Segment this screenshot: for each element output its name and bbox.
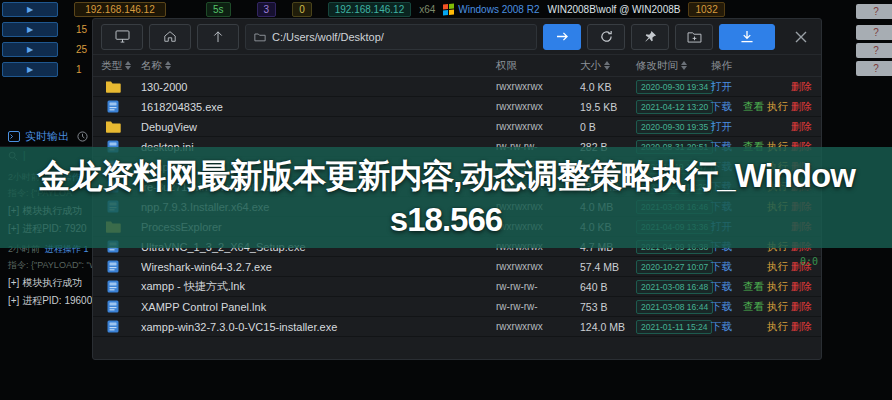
log-group: 2小时前进程操作 1指令: {"PAYLOAD": "win[+] 模块执行成功… <box>0 243 92 308</box>
file-permissions: rwxrwxrwx <box>496 261 580 272</box>
up-directory-button[interactable] <box>197 24 239 50</box>
host-row-partial[interactable]: ▶25 <box>0 40 92 58</box>
action-delete-button[interactable]: 删除 <box>791 80 815 94</box>
action-view-button[interactable]: 查看 <box>743 300 767 314</box>
home-icon <box>163 30 177 43</box>
folder-icon <box>105 120 121 133</box>
file-size: 0 B <box>580 121 636 133</box>
arrow-up-icon <box>212 30 224 43</box>
log-entry-result: [+] 模块执行成功 <box>8 276 92 290</box>
file-icon <box>105 320 121 333</box>
home-button[interactable] <box>149 24 191 50</box>
action-download-button[interactable]: 下载 <box>711 260 743 274</box>
action-delete-button[interactable]: 删除 <box>791 300 815 314</box>
sort-caret-icon <box>681 61 687 70</box>
help-button[interactable]: ? <box>856 4 892 19</box>
pin-button[interactable] <box>631 24 669 50</box>
host-user: WIN2008B\wolf @ WIN2008B <box>547 4 680 15</box>
action-exec-button[interactable]: 执行 <box>767 300 791 314</box>
help-button[interactable]: ? <box>856 61 892 76</box>
file-row[interactable]: 130-2000rwxrwxrwx4.0 KB2020-09-30 19:34打… <box>93 77 821 97</box>
path-input[interactable]: C:/Users/wolf/Desktop/ <box>245 24 537 50</box>
file-actions: 打开删除 <box>711 120 821 134</box>
file-row[interactable]: DebugViewrwxrwxrwx0 B2020-09-30 19:35打开删… <box>93 117 821 137</box>
action-slot <box>743 260 767 274</box>
action-exec-button[interactable]: 执行 <box>767 260 791 274</box>
file-mtime: 2021-01-11 15:24 <box>636 320 711 334</box>
header-permissions: 权限 <box>496 59 580 73</box>
file-mtime: 2021-03-08 16:44 <box>636 300 711 314</box>
header-operations: 操作 <box>711 59 821 73</box>
host-lan-ip: 192.168.146.12 <box>328 2 412 17</box>
host-row-partial[interactable]: ▶15 <box>0 20 92 38</box>
play-button[interactable]: ▶ <box>2 22 58 37</box>
action-delete-button[interactable]: 删除 <box>791 120 815 134</box>
host-sessions: 3 <box>257 2 277 17</box>
file-actions: 下载查看执行删除 <box>711 280 821 294</box>
file-name: XAMPP Control Panel.lnk <box>141 301 496 313</box>
file-name: Wireshark-win64-3.2.7.exe <box>141 261 496 273</box>
file-icon <box>105 260 121 273</box>
log-entry-command: 指令: {"PAYLOAD": "win <box>8 259 92 272</box>
file-row[interactable]: XAMPP Control Panel.lnkrw-rw-rw-753 B202… <box>93 297 821 317</box>
header-mtime[interactable]: 修改时间 <box>636 59 711 73</box>
action-download-button[interactable]: 下载 <box>711 320 743 334</box>
file-row[interactable]: Wireshark-win64-3.2.7.exerwxrwxrwx57.4 M… <box>93 257 821 277</box>
desktop-button[interactable] <box>101 24 143 50</box>
file-row[interactable]: xampp - 快捷方式.lnkrw-rw-rw-640 B2021-03-08… <box>93 277 821 297</box>
action-download-button[interactable]: 下载 <box>711 280 743 294</box>
file-icon <box>105 300 121 313</box>
host-ip: 192.168.146.12 <box>74 2 166 17</box>
action-exec-button[interactable]: 执行 <box>767 320 791 334</box>
action-slot <box>767 120 791 134</box>
action-download-button[interactable]: 下载 <box>711 100 743 114</box>
file-row[interactable]: xampp-win32-7.3.0-0-VC15-installer.exerw… <box>93 317 821 337</box>
clock-icon[interactable] <box>77 131 88 142</box>
help-button[interactable]: ? <box>856 43 892 58</box>
file-mtime-chip: 2020-09-30 19:34 <box>636 80 713 94</box>
action-exec-button[interactable]: 执行 <box>767 280 791 294</box>
file-size: 640 B <box>580 281 636 293</box>
action-open-button[interactable]: 打开 <box>711 120 743 134</box>
action-delete-button[interactable]: 删除 <box>791 280 815 294</box>
play-button[interactable]: ▶ <box>2 62 58 77</box>
action-open-button[interactable]: 打开 <box>711 80 743 94</box>
folder-path-icon <box>254 32 266 42</box>
log-entry-result: [+] 进程PID: 19600 <box>8 294 92 308</box>
host-row[interactable]: ▶ 192.168.146.12 5s 3 0 192.168.146.12 x… <box>0 0 892 18</box>
monitor-icon <box>115 30 130 43</box>
help-button[interactable]: ? <box>856 25 892 40</box>
action-delete-button[interactable]: 删除 <box>791 320 815 334</box>
upload-button[interactable] <box>719 24 775 50</box>
arrow-right-icon <box>556 31 569 42</box>
stray-console-text: 0:0 <box>800 256 818 267</box>
file-mtime-chip: 2020-09-30 19:35 <box>636 120 713 134</box>
file-mtime: 2021-04-12 13:20 <box>636 100 711 114</box>
action-exec-button[interactable]: 执行 <box>767 100 791 114</box>
file-type-cell <box>101 300 141 313</box>
file-type-cell <box>101 320 141 333</box>
file-actions: 下载查看执行删除 <box>711 300 821 314</box>
close-button[interactable] <box>795 31 807 43</box>
action-delete-button[interactable]: 删除 <box>791 100 815 114</box>
header-size[interactable]: 大小 <box>580 59 636 73</box>
action-download-button[interactable]: 下载 <box>711 300 743 314</box>
refresh-button[interactable] <box>587 24 625 50</box>
file-name: xampp - 快捷方式.lnk <box>141 279 496 294</box>
header-name[interactable]: 名称 <box>141 59 496 73</box>
file-mtime: 2020-10-27 10:07 <box>636 260 711 274</box>
host-row-partial[interactable]: ▶1 <box>0 60 92 78</box>
file-icon <box>105 100 121 113</box>
file-row[interactable]: 1618204835.exerwxrwxrwx19.5 KB2021-04-12… <box>93 97 821 117</box>
play-button[interactable]: ▶ <box>2 42 58 57</box>
tab-realtime-output[interactable]: 实时输出 <box>0 126 92 146</box>
banner-text-line1: 金龙资料网最新版本更新内容,动态调整策略执行_Window <box>37 154 855 198</box>
upload-icon <box>740 30 754 43</box>
new-folder-button[interactable] <box>675 24 713 50</box>
header-type[interactable]: 类型 <box>101 59 141 73</box>
play-button[interactable]: ▶ <box>2 2 58 17</box>
go-button[interactable] <box>543 24 581 50</box>
action-view-button[interactable]: 查看 <box>743 280 767 294</box>
action-view-button[interactable]: 查看 <box>743 100 767 114</box>
file-permissions: rwxrwxrwx <box>496 81 580 92</box>
